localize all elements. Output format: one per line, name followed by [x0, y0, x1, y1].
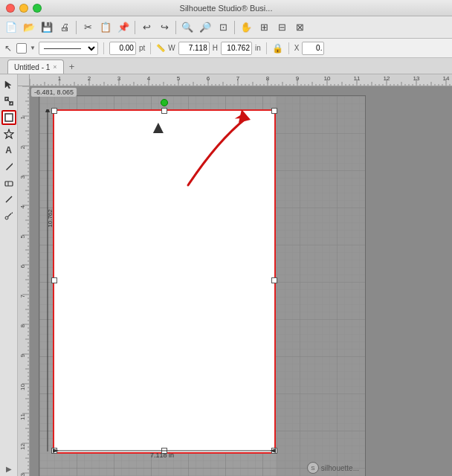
- knife-tool[interactable]: [1, 192, 16, 207]
- silhouette-logo-text: silhouette...: [321, 464, 359, 472]
- props-sep2: [150, 42, 151, 54]
- rotation-handle[interactable]: [161, 99, 168, 106]
- props-sep4: [288, 42, 289, 54]
- height-label: H: [213, 44, 218, 52]
- dimension-line-v: [42, 109, 53, 451]
- minimize-button[interactable]: [19, 4, 28, 13]
- copy-icon[interactable]: 📋: [97, 19, 114, 36]
- ruler-horizontal: [30, 74, 452, 86]
- eyedropper-tool[interactable]: [1, 208, 16, 223]
- window-controls: [6, 4, 42, 13]
- undo-icon[interactable]: ↩: [138, 19, 155, 36]
- dimension-line-h: [53, 446, 276, 456]
- up-arrow: ▲: [149, 117, 167, 138]
- eraser-tool[interactable]: [1, 176, 16, 190]
- star-tool[interactable]: [1, 126, 16, 141]
- svg-line-9: [7, 213, 11, 217]
- cut-icon[interactable]: ✂: [80, 19, 96, 36]
- sep1: [76, 21, 77, 34]
- line-style-select[interactable]: —————: [39, 42, 98, 55]
- work-area[interactable]: ▲ 7.118 in 10.762: [30, 86, 452, 476]
- tab-label: Untitled - 1: [14, 63, 50, 71]
- title-bar: Silhouette Studio® Busi...: [0, 0, 452, 16]
- ruler-icon: 📏: [156, 44, 165, 52]
- svg-rect-3: [5, 114, 13, 121]
- cutting-mat: ▲ 7.118 in 10.762: [39, 95, 366, 476]
- new-icon[interactable]: 📄: [3, 19, 19, 36]
- unit-label: in: [255, 44, 261, 52]
- x-input[interactable]: [302, 42, 324, 55]
- props-sep3: [266, 42, 267, 54]
- snap-icon[interactable]: ⊞: [256, 19, 272, 36]
- zoom-fit-icon[interactable]: ⊡: [215, 19, 231, 36]
- properties-bar: ↖ ▼ ————— pt 📏 W H in 🔒 X: [0, 39, 452, 58]
- width-input[interactable]: [178, 42, 210, 55]
- ruler-corner: [18, 74, 30, 86]
- props-sep1: [103, 42, 104, 54]
- pointer-icon: ↖: [4, 43, 12, 54]
- redo-icon[interactable]: ↪: [156, 19, 172, 36]
- maximize-button[interactable]: [33, 4, 42, 13]
- node-tool[interactable]: [1, 94, 16, 109]
- svg-line-2: [7, 99, 11, 103]
- save-icon[interactable]: 💾: [39, 19, 55, 36]
- main-toolbar: 📄 📂 💾 🖨 ✂ 📋 📌 ↩ ↪ 🔍 🔎 ⊡ ✋ ⊞ ⊟ ⊠: [0, 16, 452, 39]
- coord-display: -6.481, 8.065: [31, 88, 77, 97]
- handle-tc[interactable]: [161, 108, 167, 114]
- svg-marker-17: [45, 109, 50, 112]
- silhouette-logo: S silhouette...: [307, 462, 359, 474]
- handle-mr[interactable]: [271, 277, 277, 283]
- main-area: A ▶ -6.481, 8.065: [0, 74, 452, 476]
- svg-marker-15: [270, 448, 276, 453]
- paste-icon[interactable]: 📌: [115, 19, 132, 36]
- fill-color-swatch[interactable]: [16, 43, 27, 54]
- canvas-area[interactable]: -6.481, 8.065: [18, 74, 452, 476]
- height-input[interactable]: [221, 42, 252, 55]
- handle-tr[interactable]: [271, 108, 277, 114]
- silhouette-logo-icon: S: [307, 462, 319, 474]
- svg-rect-12: [276, 96, 365, 476]
- print-icon[interactable]: 🖨: [56, 19, 73, 36]
- open-icon[interactable]: 📂: [21, 19, 37, 36]
- sep4: [234, 21, 235, 34]
- svg-marker-14: [53, 448, 59, 453]
- tab-add-button[interactable]: +: [66, 60, 78, 72]
- sep2: [135, 21, 135, 34]
- rotation-unit-label: pt: [139, 44, 145, 52]
- group-icon[interactable]: ⊠: [291, 19, 308, 36]
- sep3: [175, 21, 176, 34]
- rectangle-tool[interactable]: [1, 110, 16, 125]
- svg-marker-4: [4, 129, 13, 138]
- tab-untitled1[interactable]: Untitled - 1 ×: [7, 60, 64, 74]
- fill-dropdown-arrow[interactable]: ▼: [30, 45, 36, 51]
- scroll-down-icon[interactable]: ▶: [6, 465, 12, 473]
- pan-icon[interactable]: ✋: [238, 19, 254, 36]
- page-area: [53, 109, 276, 454]
- x-label: X: [294, 44, 300, 52]
- pointer-tool[interactable]: [1, 77, 16, 92]
- zoom-out-icon[interactable]: 🔎: [197, 19, 213, 36]
- lock-icon[interactable]: 🔒: [272, 43, 283, 54]
- align-icon[interactable]: ⊟: [274, 19, 290, 36]
- rotation-input[interactable]: [109, 42, 136, 55]
- close-button[interactable]: [6, 4, 15, 13]
- svg-line-7: [6, 196, 12, 202]
- zoom-in-icon[interactable]: 🔍: [179, 19, 196, 36]
- left-toolbar: A ▶: [0, 74, 18, 476]
- ruler-vertical: [18, 86, 30, 476]
- text-tool-icon: A: [5, 145, 12, 155]
- svg-point-8: [5, 216, 8, 219]
- tab-close-button[interactable]: ×: [53, 63, 56, 71]
- window-title: Silhouette Studio® Busi...: [180, 4, 273, 13]
- pen-tool[interactable]: [1, 159, 16, 174]
- width-label: W: [168, 44, 175, 52]
- tab-bar: Untitled - 1 × +: [0, 58, 452, 74]
- text-tool[interactable]: A: [1, 143, 16, 158]
- svg-rect-5: [5, 181, 13, 186]
